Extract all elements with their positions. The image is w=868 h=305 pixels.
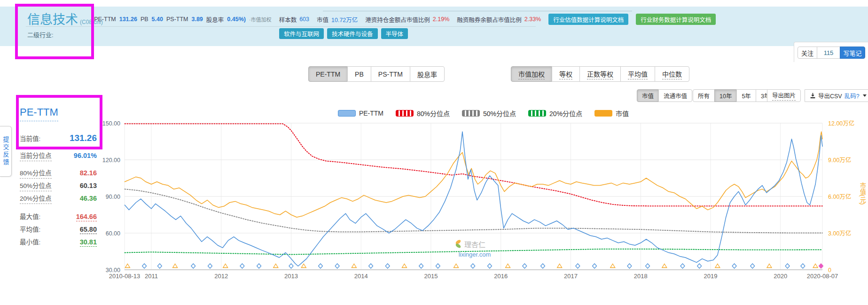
x-tick: 2016 — [494, 273, 508, 280]
tab-range-all[interactable]: 所有 — [693, 89, 715, 102]
tag-semiconductor[interactable]: 半导体 — [381, 28, 408, 39]
event-marker-triangle[interactable] — [301, 264, 306, 268]
chevron-down-icon — [863, 94, 867, 97]
event-marker-diamond[interactable] — [540, 264, 545, 268]
y-left-tick: 150.00 — [102, 120, 120, 127]
tab-pe-ttm[interactable]: PE-TTM — [308, 66, 348, 82]
tab-range-10y[interactable]: 10年 — [714, 89, 737, 102]
feedback-tab[interactable]: 提交反馈 — [0, 126, 12, 177]
event-marker-diamond[interactable] — [142, 264, 147, 268]
industry-title-block: 信息技术(C08.cni) — [27, 9, 103, 28]
pb-label: PB — [141, 16, 149, 23]
event-marker-triangle[interactable] — [813, 264, 818, 268]
tab-dividend-yield[interactable]: 股息率 — [410, 66, 445, 82]
y-left-tick: 90.00 — [106, 194, 120, 200]
follow-button[interactable]: 关注 — [798, 47, 817, 59]
export-image-button[interactable]: 导出图片 — [767, 89, 801, 102]
download-icon — [810, 93, 816, 99]
event-marker-diamond[interactable] — [801, 264, 805, 268]
event-marker-diamond[interactable] — [785, 264, 790, 268]
x-tick: 2014 — [354, 273, 368, 280]
cap-type-group: 市值 流通市值 — [637, 89, 692, 102]
event-marker-diamond[interactable] — [335, 264, 339, 268]
event-marker-diamond[interactable] — [627, 264, 632, 268]
event-marker-triangle[interactable] — [557, 264, 562, 268]
tab-float-cap[interactable]: 流通市值 — [658, 89, 692, 102]
stat-row-current: 当前值: 131.26 — [20, 133, 97, 143]
watermark-domain: lixinger.com — [459, 251, 491, 258]
y-right-tick: 9.00万亿 — [828, 156, 851, 164]
tab-positive-equal[interactable]: 正数等权 — [579, 66, 621, 82]
event-marker-diamond[interactable] — [732, 264, 736, 268]
export-csv-button[interactable]: 导出CSV 乱码? — [805, 89, 868, 102]
event-marker-diamond[interactable] — [593, 264, 597, 268]
tab-equal-weighted[interactable]: 等权 — [552, 66, 580, 82]
pe-label: (PE-TTM — [92, 16, 116, 23]
event-marker-triangle[interactable] — [125, 264, 130, 268]
x-tick: 2013 — [284, 273, 298, 280]
event-marker-diamond[interactable] — [191, 264, 195, 268]
pb-value: 5.40 — [152, 16, 163, 23]
event-marker-triangle[interactable] — [352, 264, 356, 268]
event-marker-diamond[interactable] — [680, 264, 685, 268]
finance-doc-button[interactable]: 行业财务数据计算说明文档 — [636, 14, 716, 25]
event-marker-triangle[interactable] — [610, 264, 615, 268]
event-marker-triangle[interactable] — [715, 264, 720, 268]
sidebar-metric-title[interactable]: PE-TTM — [20, 106, 58, 121]
event-marker-triangle[interactable] — [662, 264, 667, 268]
tag-hardware-equipment[interactable]: 技术硬件与设备 — [327, 28, 378, 39]
dividend-value: 0.45%) — [227, 16, 246, 23]
write-note-button[interactable]: 写笔记 — [840, 47, 865, 59]
event-marker-diamond[interactable] — [318, 264, 322, 268]
event-marker-triangle[interactable] — [506, 264, 510, 268]
sample-count: 样本数 603 — [279, 15, 309, 24]
tab-range-5y[interactable]: 5年 — [736, 89, 756, 102]
series-mcap — [125, 132, 822, 217]
pe-value: 131.26 — [119, 16, 137, 23]
metric-tab-group: PE-TTM PB PS-TTM 股息率 — [308, 66, 445, 82]
event-marker-diamond[interactable] — [697, 264, 702, 268]
tag-software-internet[interactable]: 软件与互联网 — [279, 28, 324, 39]
event-marker-diamond[interactable] — [646, 264, 650, 268]
follow-count: 115 — [817, 47, 840, 59]
event-marker-diamond[interactable] — [436, 264, 440, 268]
valuation-summary: (PE-TTM 131.26 PB 5.40 PS-TTM 3.89 股息率 0… — [92, 15, 272, 24]
x-tick: 2017 — [564, 273, 578, 280]
event-marker-diamond[interactable] — [576, 264, 580, 268]
event-marker-triangle[interactable] — [402, 264, 407, 268]
event-marker-diamond[interactable] — [471, 264, 475, 268]
stat-row-avg: 平均值: 65.80 — [20, 224, 97, 235]
event-marker-diamond[interactable] — [523, 264, 527, 268]
event-marker-triangle[interactable] — [173, 264, 178, 268]
header-stats-row: (PE-TTM 131.26 PB 5.40 PS-TTM 3.89 股息率 0… — [92, 14, 716, 25]
event-marker-triangle[interactable] — [223, 264, 228, 268]
tab-cap-weighted[interactable]: 市值加权 — [511, 66, 552, 82]
event-marker-diamond[interactable] — [257, 264, 261, 268]
event-marker-diamond[interactable] — [157, 264, 162, 268]
tab-average[interactable]: 平均值 — [620, 66, 655, 82]
valuation-doc-button[interactable]: 行业估值数据计算说明文档 — [548, 14, 628, 25]
event-marker-triangle[interactable] — [454, 264, 459, 268]
event-marker-triangle[interactable] — [767, 264, 772, 268]
stat-row-percentile: 当前分位点 96.01% — [20, 150, 97, 161]
valuation-chart[interactable]: 150.00120.0090.0060.0030.0012.00万亿9.00万亿… — [99, 105, 868, 305]
tab-pb[interactable]: PB — [347, 66, 371, 82]
market-cap: 市值 10.72万亿 — [317, 15, 358, 24]
event-marker-diamond[interactable] — [751, 264, 755, 268]
y-left-tick: 120.00 — [102, 157, 120, 164]
event-marker-diamond[interactable] — [487, 264, 492, 268]
stat-row-p20: 20%分位点 46.36 — [20, 193, 97, 203]
event-marker-diamond[interactable] — [289, 264, 293, 268]
event-marker-diamond[interactable] — [369, 264, 373, 268]
event-marker-diamond[interactable] — [419, 264, 423, 268]
event-marker-diamond[interactable] — [240, 264, 244, 268]
event-marker-diamond[interactable] — [385, 264, 390, 268]
garbled-help-link[interactable]: 乱码? — [845, 91, 860, 100]
stat-row-max: 最大值: 164.66 — [20, 211, 97, 222]
tab-median[interactable]: 中位数 — [655, 66, 689, 82]
event-marker-triangle[interactable] — [274, 264, 278, 268]
event-marker-diamond[interactable] — [208, 264, 212, 268]
margin-ratio: 融资融券余额占市值比例 2.33% — [457, 15, 541, 24]
tab-market-cap[interactable]: 市值 — [637, 89, 659, 102]
tab-ps-ttm[interactable]: PS-TTM — [371, 66, 410, 82]
